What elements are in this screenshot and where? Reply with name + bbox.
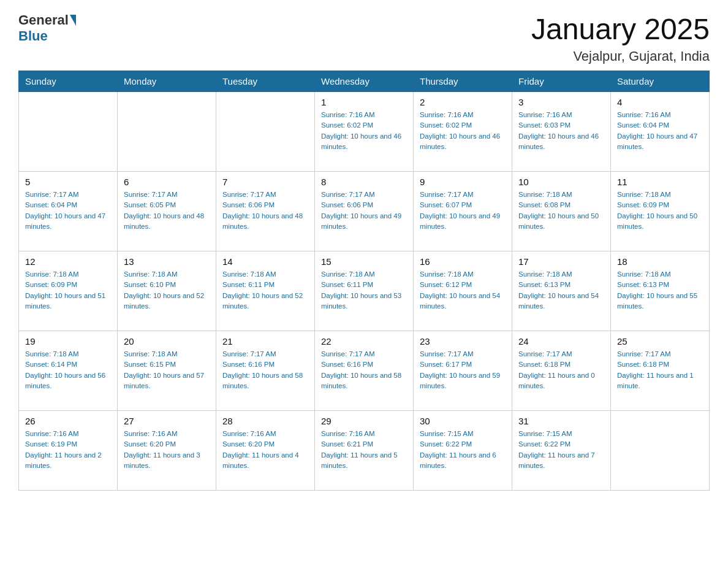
day-number: 22 bbox=[321, 336, 407, 347]
day-info: Sunrise: 7:16 AM Sunset: 6:20 PM Dayligh… bbox=[222, 429, 308, 471]
day-info: Sunrise: 7:17 AM Sunset: 6:17 PM Dayligh… bbox=[420, 349, 506, 391]
calendar-week-5: 26Sunrise: 7:16 AM Sunset: 6:19 PM Dayli… bbox=[19, 411, 710, 491]
page-header: General Blue January 2025 Vejalpur, Guja… bbox=[18, 12, 710, 64]
day-info: Sunrise: 7:17 AM Sunset: 6:18 PM Dayligh… bbox=[617, 349, 703, 391]
day-number: 8 bbox=[321, 177, 407, 187]
day-info: Sunrise: 7:17 AM Sunset: 6:04 PM Dayligh… bbox=[25, 190, 111, 232]
day-info: Sunrise: 7:17 AM Sunset: 6:16 PM Dayligh… bbox=[222, 349, 308, 391]
day-number: 14 bbox=[222, 256, 308, 267]
day-number: 18 bbox=[617, 256, 703, 267]
calendar-subtitle: Vejalpur, Gujarat, India bbox=[531, 48, 710, 64]
calendar-cell: 19Sunrise: 7:18 AM Sunset: 6:14 PM Dayli… bbox=[19, 331, 118, 411]
logo-general-text: General bbox=[18, 12, 69, 28]
day-info: Sunrise: 7:16 AM Sunset: 6:21 PM Dayligh… bbox=[321, 429, 407, 471]
calendar-cell: 28Sunrise: 7:16 AM Sunset: 6:20 PM Dayli… bbox=[216, 411, 315, 491]
day-number: 21 bbox=[222, 336, 308, 347]
calendar-cell: 21Sunrise: 7:17 AM Sunset: 6:16 PM Dayli… bbox=[216, 331, 315, 411]
calendar-week-1: 1Sunrise: 7:16 AM Sunset: 6:02 PM Daylig… bbox=[19, 92, 710, 172]
day-info: Sunrise: 7:18 AM Sunset: 6:14 PM Dayligh… bbox=[25, 349, 111, 391]
calendar-cell bbox=[118, 92, 216, 172]
calendar-cell: 12Sunrise: 7:18 AM Sunset: 6:09 PM Dayli… bbox=[19, 251, 118, 331]
calendar-cell: 27Sunrise: 7:16 AM Sunset: 6:20 PM Dayli… bbox=[118, 411, 216, 491]
day-number: 31 bbox=[518, 416, 604, 426]
calendar-cell: 23Sunrise: 7:17 AM Sunset: 6:17 PM Dayli… bbox=[414, 331, 512, 411]
logo-blue-text: Blue bbox=[18, 28, 48, 44]
calendar-cell: 20Sunrise: 7:18 AM Sunset: 6:15 PM Dayli… bbox=[118, 331, 216, 411]
calendar-cell: 4Sunrise: 7:16 AM Sunset: 6:04 PM Daylig… bbox=[611, 92, 710, 172]
day-number: 17 bbox=[518, 256, 604, 267]
calendar-cell bbox=[19, 92, 118, 172]
day-info: Sunrise: 7:17 AM Sunset: 6:06 PM Dayligh… bbox=[321, 190, 407, 232]
logo-triangle-icon bbox=[70, 15, 76, 26]
day-number: 19 bbox=[25, 336, 111, 347]
calendar-cell: 14Sunrise: 7:18 AM Sunset: 6:11 PM Dayli… bbox=[216, 251, 315, 331]
day-number: 30 bbox=[420, 416, 506, 426]
day-number: 10 bbox=[518, 177, 604, 187]
day-info: Sunrise: 7:16 AM Sunset: 6:02 PM Dayligh… bbox=[420, 110, 506, 152]
day-number: 26 bbox=[25, 416, 111, 426]
day-number: 4 bbox=[617, 97, 703, 107]
day-info: Sunrise: 7:18 AM Sunset: 6:09 PM Dayligh… bbox=[617, 190, 703, 232]
day-number: 20 bbox=[124, 336, 210, 347]
calendar-cell: 26Sunrise: 7:16 AM Sunset: 6:19 PM Dayli… bbox=[19, 411, 118, 491]
calendar-header-row: SundayMondayTuesdayWednesdayThursdayFrid… bbox=[19, 71, 710, 92]
day-info: Sunrise: 7:16 AM Sunset: 6:03 PM Dayligh… bbox=[518, 110, 604, 152]
day-info: Sunrise: 7:16 AM Sunset: 6:04 PM Dayligh… bbox=[617, 110, 703, 152]
calendar-cell: 6Sunrise: 7:17 AM Sunset: 6:05 PM Daylig… bbox=[118, 172, 216, 251]
calendar-cell: 30Sunrise: 7:15 AM Sunset: 6:22 PM Dayli… bbox=[414, 411, 512, 491]
calendar-cell: 10Sunrise: 7:18 AM Sunset: 6:08 PM Dayli… bbox=[512, 172, 611, 251]
day-number: 28 bbox=[222, 416, 308, 426]
day-info: Sunrise: 7:18 AM Sunset: 6:10 PM Dayligh… bbox=[124, 269, 210, 312]
day-info: Sunrise: 7:18 AM Sunset: 6:15 PM Dayligh… bbox=[124, 349, 210, 391]
day-info: Sunrise: 7:18 AM Sunset: 6:13 PM Dayligh… bbox=[617, 269, 703, 312]
calendar-cell: 15Sunrise: 7:18 AM Sunset: 6:11 PM Dayli… bbox=[315, 251, 414, 331]
calendar-header-monday: Monday bbox=[118, 71, 216, 92]
calendar-cell: 9Sunrise: 7:17 AM Sunset: 6:07 PM Daylig… bbox=[414, 172, 512, 251]
calendar-cell: 5Sunrise: 7:17 AM Sunset: 6:04 PM Daylig… bbox=[19, 172, 118, 251]
day-number: 5 bbox=[25, 177, 111, 187]
calendar-header-wednesday: Wednesday bbox=[315, 71, 414, 92]
calendar-cell: 22Sunrise: 7:17 AM Sunset: 6:16 PM Dayli… bbox=[315, 331, 414, 411]
calendar-table: SundayMondayTuesdayWednesdayThursdayFrid… bbox=[18, 71, 710, 491]
logo: General Blue bbox=[18, 12, 77, 44]
calendar-header-saturday: Saturday bbox=[611, 71, 710, 92]
day-number: 2 bbox=[420, 97, 506, 107]
day-info: Sunrise: 7:16 AM Sunset: 6:19 PM Dayligh… bbox=[25, 429, 111, 471]
calendar-cell: 16Sunrise: 7:18 AM Sunset: 6:12 PM Dayli… bbox=[414, 251, 512, 331]
calendar-cell: 31Sunrise: 7:15 AM Sunset: 6:22 PM Dayli… bbox=[512, 411, 611, 491]
day-number: 1 bbox=[321, 97, 407, 107]
day-info: Sunrise: 7:18 AM Sunset: 6:12 PM Dayligh… bbox=[420, 269, 506, 312]
day-number: 6 bbox=[124, 177, 210, 187]
day-info: Sunrise: 7:18 AM Sunset: 6:11 PM Dayligh… bbox=[321, 269, 407, 312]
calendar-cell: 18Sunrise: 7:18 AM Sunset: 6:13 PM Dayli… bbox=[611, 251, 710, 331]
day-info: Sunrise: 7:18 AM Sunset: 6:13 PM Dayligh… bbox=[518, 269, 604, 312]
calendar-cell: 25Sunrise: 7:17 AM Sunset: 6:18 PM Dayli… bbox=[611, 331, 710, 411]
calendar-week-3: 12Sunrise: 7:18 AM Sunset: 6:09 PM Dayli… bbox=[19, 251, 710, 331]
calendar-header-sunday: Sunday bbox=[19, 71, 118, 92]
calendar-cell bbox=[216, 92, 315, 172]
title-section: January 2025 Vejalpur, Gujarat, India bbox=[531, 12, 710, 64]
day-number: 3 bbox=[518, 97, 604, 107]
day-number: 13 bbox=[124, 256, 210, 267]
calendar-header-thursday: Thursday bbox=[414, 71, 512, 92]
day-info: Sunrise: 7:17 AM Sunset: 6:18 PM Dayligh… bbox=[518, 349, 604, 391]
calendar-header-tuesday: Tuesday bbox=[216, 71, 315, 92]
calendar-week-4: 19Sunrise: 7:18 AM Sunset: 6:14 PM Dayli… bbox=[19, 331, 710, 411]
calendar-cell: 24Sunrise: 7:17 AM Sunset: 6:18 PM Dayli… bbox=[512, 331, 611, 411]
day-number: 12 bbox=[25, 256, 111, 267]
day-number: 9 bbox=[420, 177, 506, 187]
day-number: 16 bbox=[420, 256, 506, 267]
calendar-cell bbox=[611, 411, 710, 491]
calendar-cell: 7Sunrise: 7:17 AM Sunset: 6:06 PM Daylig… bbox=[216, 172, 315, 251]
calendar-title: January 2025 bbox=[531, 12, 710, 46]
day-info: Sunrise: 7:15 AM Sunset: 6:22 PM Dayligh… bbox=[420, 429, 506, 471]
day-number: 23 bbox=[420, 336, 506, 347]
calendar-cell: 17Sunrise: 7:18 AM Sunset: 6:13 PM Dayli… bbox=[512, 251, 611, 331]
calendar-cell: 11Sunrise: 7:18 AM Sunset: 6:09 PM Dayli… bbox=[611, 172, 710, 251]
day-number: 15 bbox=[321, 256, 407, 267]
day-number: 29 bbox=[321, 416, 407, 426]
calendar-cell: 3Sunrise: 7:16 AM Sunset: 6:03 PM Daylig… bbox=[512, 92, 611, 172]
day-number: 25 bbox=[617, 336, 703, 347]
day-info: Sunrise: 7:18 AM Sunset: 6:09 PM Dayligh… bbox=[25, 269, 111, 312]
calendar-cell: 2Sunrise: 7:16 AM Sunset: 6:02 PM Daylig… bbox=[414, 92, 512, 172]
